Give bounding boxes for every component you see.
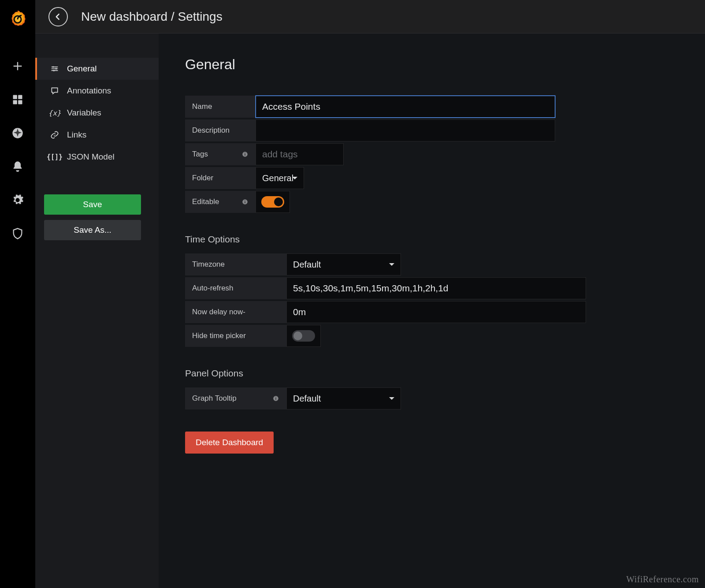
settings-nav: General Annotations {x} Variables Links … [35, 33, 159, 588]
info-icon[interactable] [241, 151, 249, 158]
server-admin-icon[interactable] [7, 223, 28, 244]
settings-nav-item-links[interactable]: Links [35, 124, 159, 146]
label-folder: Folder [185, 167, 256, 189]
settings-nav-item-annotations[interactable]: Annotations [35, 80, 159, 102]
label-nowdelay: Now delay now- [185, 301, 286, 323]
settings-nav-item-json-model[interactable]: {[]} JSON Model [35, 146, 159, 168]
folder-select[interactable]: General [256, 167, 304, 189]
hidetimepicker-toggle[interactable] [292, 330, 315, 342]
form-row-name: Name [185, 96, 679, 118]
comment-icon [49, 86, 60, 96]
nowdelay-input[interactable] [286, 301, 586, 323]
chevron-down-icon [389, 397, 394, 400]
settings-content: General Name Description Tags [159, 33, 705, 588]
name-input[interactable] [256, 96, 555, 118]
label-name: Name [185, 96, 256, 118]
chevron-down-icon [292, 177, 297, 179]
info-icon[interactable] [241, 198, 249, 205]
braces-x-icon: {x} [49, 108, 60, 118]
nav-item-label: JSON Model [67, 152, 115, 162]
info-icon[interactable] [272, 395, 279, 402]
arrow-left-icon [54, 12, 63, 21]
label-editable: Editable [185, 191, 256, 213]
nav-item-label: General [67, 64, 97, 74]
autorefresh-input[interactable] [286, 277, 586, 299]
page-header: New dashboard / Settings [35, 0, 705, 33]
form-row-editable: Editable [185, 191, 679, 213]
form-row-nowdelay: Now delay now- [185, 301, 679, 323]
tags-input[interactable] [256, 143, 344, 165]
hidetimepicker-toggle-wrap [286, 325, 321, 347]
dashboards-icon[interactable] [7, 89, 28, 110]
label-hidetimepicker: Hide time picker [185, 325, 286, 347]
editable-toggle-wrap [256, 191, 290, 213]
alerting-icon[interactable] [7, 156, 28, 177]
subsection-time-options: Time Options [185, 234, 679, 245]
code-json-icon: {[]} [49, 152, 60, 162]
label-description: Description [185, 119, 256, 141]
form-row-tags: Tags [185, 143, 679, 165]
editable-toggle[interactable] [261, 196, 284, 208]
grafana-logo-icon[interactable] [7, 8, 28, 29]
save-button[interactable]: Save [44, 194, 141, 215]
nav-item-label: Links [67, 130, 86, 140]
description-input[interactable] [256, 119, 555, 141]
label-autorefresh: Auto-refresh [185, 277, 286, 299]
link-icon [49, 130, 60, 140]
subsection-panel-options: Panel Options [185, 368, 679, 379]
label-timezone: Timezone [185, 253, 286, 275]
settings-nav-item-general[interactable]: General [35, 58, 159, 80]
main-area: General Annotations {x} Variables Links … [35, 33, 705, 588]
form-row-hidetimepicker: Hide time picker [185, 325, 679, 347]
form-row-timezone: Timezone Default [185, 253, 679, 275]
nav-item-label: Variables [67, 108, 101, 118]
explore-icon[interactable] [7, 123, 28, 144]
create-icon[interactable] [7, 56, 28, 77]
watermark-text: WifiReference.com [626, 574, 699, 584]
form-row-autorefresh: Auto-refresh [185, 277, 679, 299]
configuration-icon[interactable] [7, 190, 28, 211]
nav-item-label: Annotations [67, 86, 111, 96]
label-graphtooltip: Graph Tooltip [185, 387, 286, 409]
page-title: New dashboard / Settings [81, 10, 223, 24]
form-row-description: Description [185, 119, 679, 141]
chevron-down-icon [389, 263, 394, 266]
settings-nav-item-variables[interactable]: {x} Variables [35, 102, 159, 124]
timezone-select[interactable]: Default [286, 253, 401, 275]
back-button[interactable] [48, 7, 68, 26]
nav-rail [0, 0, 35, 588]
graphtooltip-select[interactable]: Default [286, 387, 401, 409]
section-title-general: General [185, 56, 679, 73]
label-tags: Tags [185, 143, 256, 165]
delete-dashboard-button[interactable]: Delete Dashboard [185, 432, 274, 454]
save-as-button[interactable]: Save As... [44, 220, 141, 240]
form-row-folder: Folder General [185, 167, 679, 189]
form-row-graphtooltip: Graph Tooltip Default [185, 387, 679, 409]
sliders-icon [49, 63, 60, 74]
